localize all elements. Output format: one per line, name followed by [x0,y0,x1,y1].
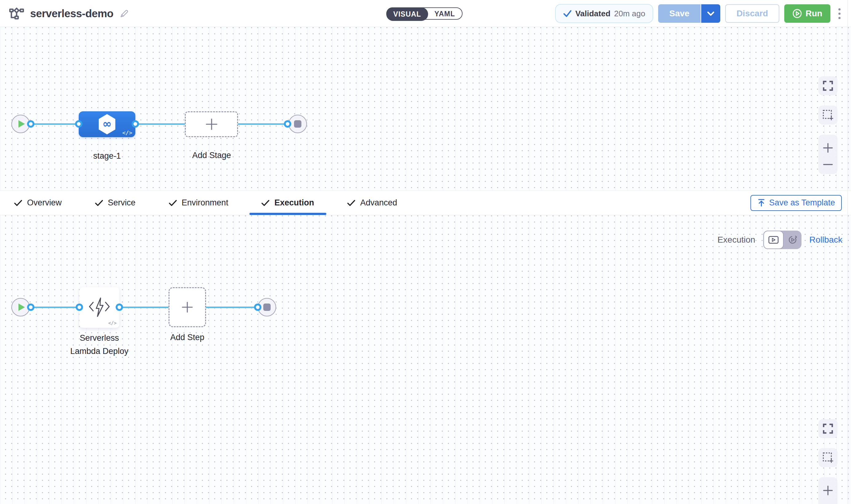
zoom-controls [818,477,837,504]
fullscreen-button[interactable] [818,419,837,438]
visual-yaml-toggle[interactable]: VISUAL YAML [386,7,463,20]
page-title: serverless-demo [30,7,113,20]
port[interactable] [254,304,261,311]
plus-icon [181,301,194,314]
tab-execution[interactable]: Execution [261,191,314,215]
check-icon [261,200,269,206]
plus-icon [204,117,219,131]
tab-advanced[interactable]: Advanced [347,191,397,215]
fullscreen-icon [822,423,834,434]
zoom-in-icon[interactable] [822,142,833,154]
zoom-out-icon[interactable] [822,162,833,167]
run-button-label: Run [805,8,822,18]
upload-icon [757,199,765,207]
save-as-template-label: Save as Template [769,198,835,208]
stage-name-label: stage-1 [79,149,135,163]
stage-hexagon-icon: ∞ [97,114,116,135]
active-tab-underline [250,213,326,215]
check-icon [95,200,103,206]
rollback-view-icon [787,235,797,245]
validation-status-label: Validated [576,9,611,18]
run-play-icon [792,8,802,18]
port[interactable] [27,304,34,311]
marquee-select-button[interactable] [818,448,837,467]
discard-button[interactable]: Discard [725,4,779,23]
validation-time: 20m ago [614,9,645,18]
add-step-button[interactable] [168,287,206,327]
port[interactable] [284,120,291,128]
stage-node-stage-1[interactable]: ∞ </> [79,111,135,137]
execution-view-button[interactable] [763,231,784,249]
step-name-line2: Lambda Deploy [61,345,138,358]
execution-canvas[interactable]: Execution Rol [0,215,851,504]
check-icon [14,200,22,206]
tab-service[interactable]: Service [95,191,135,215]
kebab-menu-icon[interactable] [836,6,843,21]
stop-icon [263,304,271,311]
step-node-serverless-lambda-deploy[interactable]: </> [79,287,119,328]
port[interactable] [27,120,34,128]
save-split-button: Save [658,4,720,23]
code-icon: </> [122,129,132,136]
marquee-select-icon [822,109,834,121]
port[interactable] [75,120,83,128]
save-as-template-button[interactable]: Save as Template [750,195,842,211]
marquee-select-button[interactable] [818,106,837,125]
edit-pencil-icon[interactable] [120,9,129,18]
marquee-select-icon [822,452,834,463]
validation-status-badge[interactable]: Validated 20m ago [555,4,653,23]
rollback-view-button[interactable] [784,231,801,249]
code-icon: </> [108,320,116,326]
tab-label: Advanced [360,198,397,208]
chevron-down-icon [707,12,714,16]
check-icon [563,10,572,17]
zoom-in-icon[interactable] [822,485,833,496]
tab-label: Environment [182,198,229,208]
port[interactable] [76,304,83,311]
start-play-icon [18,120,25,128]
check-icon [347,200,355,206]
add-stage-button[interactable] [185,111,238,137]
toggle-visual[interactable]: VISUAL [386,7,428,21]
execution-rollback-toggle[interactable] [763,231,801,249]
fullscreen-button[interactable] [818,76,837,95]
step-name-label: Serverless Lambda Deploy [61,331,138,358]
pipeline-edge [21,123,289,125]
execution-view-icon [768,235,779,245]
execution-edge [21,307,260,308]
port[interactable] [116,304,123,311]
fullscreen-icon [822,80,834,92]
pipeline-icon [9,7,24,20]
tab-environment[interactable]: Environment [169,191,229,215]
run-button[interactable]: Run [784,4,830,23]
lambda-bolt-icon [88,298,111,318]
execution-panel-label: Execution [718,235,755,245]
viewport-edge-divider [848,0,848,504]
check-icon [169,200,177,206]
add-step-label: Add Step [162,331,212,344]
pipeline-canvas[interactable]: ∞ </> stage-1 Add Stage [0,27,851,190]
save-options-button[interactable] [701,4,720,23]
port[interactable] [132,120,139,128]
stage-tabbar: Overview Service Environment Execution A… [0,190,851,215]
svg-text:∞: ∞ [103,118,112,130]
tab-label: Execution [274,198,314,208]
pipeline-end-node [289,115,307,133]
add-stage-label: Add Stage [181,149,242,162]
toggle-yaml[interactable]: YAML [428,8,462,20]
top-bar: serverless-demo VISUAL YAML Validated 20… [0,0,851,27]
save-button[interactable]: Save [658,4,701,23]
tab-label: Service [108,198,135,208]
stop-icon [294,120,302,128]
zoom-controls [818,135,837,174]
rollback-link[interactable]: Rollback [810,235,843,245]
start-play-icon [18,304,25,311]
tab-overview[interactable]: Overview [14,191,62,215]
step-name-line1: Serverless [61,331,138,345]
tab-label: Overview [27,198,62,208]
